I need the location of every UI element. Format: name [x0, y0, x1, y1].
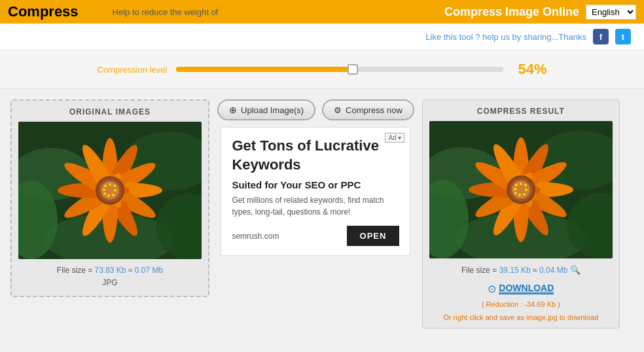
original-format: JPG — [102, 278, 117, 287]
ad-subheadline: Suited for Your SEO or PPC — [232, 179, 399, 190]
svg-point-26 — [107, 194, 110, 197]
result-image — [429, 121, 613, 258]
upload-label: Upload Image(s) — [241, 105, 304, 115]
svg-point-55 — [518, 194, 521, 196]
svg-point-28 — [103, 188, 105, 191]
logo-compress: Compress — [8, 3, 79, 20]
compression-slider-row: Compression level 54% — [0, 50, 644, 89]
twitter-button[interactable]: t — [615, 29, 631, 44]
compress-button[interactable]: Compress now — [322, 99, 414, 120]
slider-container[interactable] — [176, 63, 503, 76]
button-row: Upload Image(s) Compress now — [217, 99, 414, 120]
tagline-text: Help to reduce the weight of — [113, 7, 221, 17]
original-images-panel: ORIGINAL IMAGES — [10, 99, 209, 297]
slider-fill — [176, 67, 353, 72]
original-image — [18, 122, 202, 259]
original-filesize-mb[interactable]: 0.07 Mb — [135, 266, 163, 275]
tagline-images: IMAGES. — [221, 7, 256, 17]
svg-point-21 — [104, 185, 107, 187]
svg-point-22 — [109, 183, 111, 186]
svg-point-50 — [515, 184, 518, 186]
svg-point-25 — [112, 194, 115, 196]
result-filesize-kb[interactable]: 39.15 Kb — [499, 266, 531, 275]
result-filesize-label: File size = — [461, 266, 499, 275]
download-link[interactable]: DOWNLOAD — [499, 283, 554, 294]
middle-panel: Upload Image(s) Compress now Ad ▾ Get To… — [217, 99, 414, 256]
ad-open-button[interactable]: OPEN — [347, 226, 400, 246]
gear-icon — [334, 105, 342, 115]
result-panel: COMPRESS RESULT — [422, 99, 620, 328]
ad-badge[interactable]: Ad ▾ — [385, 133, 404, 143]
result-panel-title: COMPRESS RESULT — [477, 107, 565, 116]
original-filesize-kb[interactable]: 73.83 Kb — [95, 266, 126, 275]
header-right: Compress Image Online English French Spa… — [444, 5, 636, 20]
download-circle-icon — [488, 283, 496, 295]
language-selector[interactable]: English French Spanish — [586, 5, 636, 20]
slider-thumb[interactable] — [348, 64, 358, 75]
upload-icon — [229, 105, 237, 115]
ad-domain: semrush.com — [232, 232, 279, 241]
svg-point-54 — [523, 193, 526, 196]
svg-point-23 — [113, 185, 116, 187]
svg-point-27 — [103, 192, 106, 195]
logo-now: now — [79, 3, 107, 20]
tagline: Help to reduce the weight of IMAGES. — [113, 7, 257, 17]
compression-percent: 54% — [518, 61, 546, 78]
ad-footer: semrush.com OPEN — [232, 226, 399, 246]
download-row: DOWNLOAD — [488, 283, 554, 295]
ad-body: Get millions of related keywords, find m… — [232, 194, 399, 218]
original-filesize-label: File size = — [57, 266, 95, 275]
svg-point-53 — [525, 188, 528, 191]
compression-level-label: Compression level — [98, 65, 168, 75]
logo: Compressnow — [8, 3, 107, 20]
original-panel-title: ORIGINAL IMAGES — [69, 107, 151, 116]
svg-point-57 — [514, 188, 516, 190]
result-file-info: File size = 39.15 Kb ≈ 0.04 Mb — [461, 264, 581, 277]
search-icon[interactable] — [570, 266, 581, 275]
header: Compressnow Help to reduce the weight of… — [0, 0, 644, 24]
reduction-text: ( Reduction : -34.69 Kb ) — [482, 300, 560, 308]
compress-title: Compress Image Online — [444, 5, 579, 19]
subheader: Like this tool ? help us by sharing...Th… — [0, 24, 644, 50]
ad-headline: Get Tons of Lucrative Keywords — [232, 137, 399, 174]
save-hint: Or right click and save as image.jpg to … — [444, 313, 599, 321]
facebook-button[interactable]: f — [593, 29, 609, 44]
svg-point-24 — [114, 189, 116, 192]
svg-point-56 — [514, 192, 517, 194]
upload-button[interactable]: Upload Image(s) — [217, 99, 315, 120]
ad-box: Ad ▾ Get Tons of Lucrative Keywords Suit… — [221, 127, 410, 256]
slider-track — [176, 67, 503, 72]
result-filesize-mb[interactable]: 0.04 Mb — [539, 266, 567, 275]
main-content: ORIGINAL IMAGES — [0, 89, 644, 339]
share-text: Like this tool ? help us by sharing...Th… — [425, 32, 586, 42]
header-left: Compressnow Help to reduce the weight of… — [8, 3, 256, 20]
original-file-info: File size = 73.83 Kb ≈ 0.07 Mb JPG — [57, 264, 163, 289]
svg-point-51 — [520, 183, 522, 185]
svg-point-52 — [524, 184, 527, 186]
compress-label: Compress now — [346, 105, 402, 115]
